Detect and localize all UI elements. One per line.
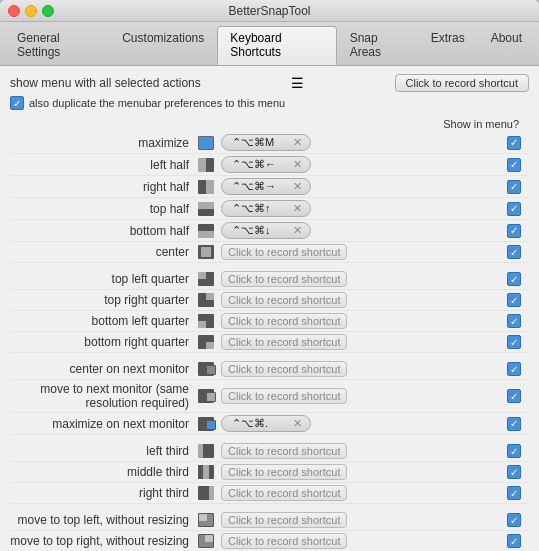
shortcut-row: move to next monitor (same resolution re… bbox=[10, 380, 529, 413]
show-in-menu-checkbox[interactable]: ✓ bbox=[499, 444, 529, 458]
shortcut-pill[interactable]: ⌃⌥⌘.✕ bbox=[221, 415, 311, 432]
also-dup-checkbox[interactable]: ✓ bbox=[10, 96, 24, 110]
show-in-menu-header-row: Show in menu? bbox=[10, 118, 529, 130]
show-menu-label: show menu with all selected actions bbox=[10, 76, 201, 90]
shortcut-field[interactable]: Click to record shortcut bbox=[217, 464, 499, 480]
tab-customizations[interactable]: Customizations bbox=[109, 26, 217, 65]
show-in-menu-checkbox[interactable]: ✓ bbox=[499, 314, 529, 328]
shortcut-label: move to top right, without resizing bbox=[10, 534, 195, 548]
shortcut-field[interactable]: Click to record shortcut bbox=[217, 512, 499, 528]
tab-keyboard-shortcuts[interactable]: Keyboard Shortcuts bbox=[217, 26, 336, 65]
checkbox-checked: ✓ bbox=[507, 335, 521, 349]
title-bar: BetterSnapTool bbox=[0, 0, 539, 22]
clear-shortcut-button[interactable]: ✕ bbox=[293, 417, 302, 430]
clear-shortcut-button[interactable]: ✕ bbox=[293, 136, 302, 149]
checkbox-checked: ✓ bbox=[507, 465, 521, 479]
shortcut-field[interactable]: Click to record shortcut bbox=[217, 485, 499, 501]
shortcut-field[interactable]: Click to record shortcut bbox=[217, 334, 499, 350]
shortcut-field[interactable]: Click to record shortcut bbox=[217, 292, 499, 308]
shortcut-pill[interactable]: ⌃⌥⌘M✕ bbox=[221, 134, 311, 151]
shortcut-field[interactable]: Click to record shortcut bbox=[217, 388, 499, 404]
shortcut-pill[interactable]: ⌃⌥⌘↑✕ bbox=[221, 200, 311, 217]
show-in-menu-checkbox[interactable]: ✓ bbox=[499, 245, 529, 259]
checkbox-checked: ✓ bbox=[507, 513, 521, 527]
show-in-menu-checkbox[interactable]: ✓ bbox=[499, 158, 529, 172]
show-in-menu-checkbox[interactable]: ✓ bbox=[499, 417, 529, 431]
show-in-menu-checkbox[interactable]: ✓ bbox=[499, 224, 529, 238]
show-in-menu-checkbox[interactable]: ✓ bbox=[499, 513, 529, 527]
tab-snap-areas[interactable]: Snap Areas bbox=[337, 26, 418, 65]
record-shortcut-button[interactable]: Click to record shortcut bbox=[221, 512, 347, 528]
record-shortcut-button[interactable]: Click to record shortcut bbox=[221, 271, 347, 287]
shortcut-pill[interactable]: ⌃⌥⌘↓✕ bbox=[221, 222, 311, 239]
shortcut-field[interactable]: ⌃⌥⌘↑✕ bbox=[217, 200, 499, 217]
tab-about[interactable]: About bbox=[478, 26, 535, 65]
show-in-menu-checkbox[interactable]: ✓ bbox=[499, 486, 529, 500]
show-in-menu-checkbox[interactable]: ✓ bbox=[499, 202, 529, 216]
checkbox-checked: ✓ bbox=[507, 224, 521, 238]
record-shortcut-button[interactable]: Click to record shortcut bbox=[221, 244, 347, 260]
shortcut-field[interactable]: Click to record shortcut bbox=[217, 443, 499, 459]
record-shortcut-button[interactable]: Click to record shortcut bbox=[221, 533, 347, 549]
tab-general-settings[interactable]: General Settings bbox=[4, 26, 109, 65]
also-dup-row: ✓ also duplicate the menubar preferences… bbox=[10, 96, 529, 110]
shortcut-field[interactable]: ⌃⌥⌘↓✕ bbox=[217, 222, 499, 239]
record-shortcut-button[interactable]: Click to record shortcut bbox=[221, 313, 347, 329]
shortcut-label: move to top left, without resizing bbox=[10, 513, 195, 527]
clear-shortcut-button[interactable]: ✕ bbox=[293, 224, 302, 237]
record-shortcut-button[interactable]: Click to record shortcut bbox=[221, 292, 347, 308]
traffic-lights bbox=[8, 5, 54, 17]
show-in-menu-checkbox[interactable]: ✓ bbox=[499, 136, 529, 150]
shortcut-keys: ⌃⌥⌘↑ bbox=[232, 202, 271, 215]
shortcut-field[interactable]: ⌃⌥⌘.✕ bbox=[217, 415, 499, 432]
record-shortcut-button[interactable]: Click to record shortcut bbox=[221, 361, 347, 377]
show-in-menu-checkbox[interactable]: ✓ bbox=[499, 465, 529, 479]
record-shortcut-button[interactable]: Click to record shortcut bbox=[221, 464, 347, 480]
shortcut-pill[interactable]: ⌃⌥⌘←✕ bbox=[221, 156, 311, 173]
record-shortcut-button[interactable]: Click to record shortcut bbox=[221, 334, 347, 350]
clear-shortcut-button[interactable]: ✕ bbox=[293, 202, 302, 215]
show-in-menu-checkbox[interactable]: ✓ bbox=[499, 534, 529, 548]
shortcut-field[interactable]: Click to record shortcut bbox=[217, 313, 499, 329]
record-shortcut-button[interactable]: Click to record shortcut bbox=[221, 443, 347, 459]
shortcut-field[interactable]: Click to record shortcut bbox=[217, 533, 499, 549]
shortcut-row: move to top right, without resizingClick… bbox=[10, 531, 529, 551]
close-button[interactable] bbox=[8, 5, 20, 17]
shortcut-label: bottom right quarter bbox=[10, 335, 195, 349]
shortcut-label: center bbox=[10, 245, 195, 259]
show-in-menu-checkbox[interactable]: ✓ bbox=[499, 362, 529, 376]
snap-position-icon bbox=[195, 202, 217, 216]
shortcut-field[interactable]: ⌃⌥⌘M✕ bbox=[217, 134, 499, 151]
show-in-menu-checkbox[interactable]: ✓ bbox=[499, 335, 529, 349]
show-in-menu-checkbox[interactable]: ✓ bbox=[499, 180, 529, 194]
shortcut-label: right half bbox=[10, 180, 195, 194]
shortcut-row: left thirdClick to record shortcut✓ bbox=[10, 441, 529, 462]
shortcut-row: centerClick to record shortcut✓ bbox=[10, 242, 529, 263]
shortcut-field[interactable]: Click to record shortcut bbox=[217, 271, 499, 287]
shortcut-field[interactable]: Click to record shortcut bbox=[217, 361, 499, 377]
shortcut-field[interactable]: ⌃⌥⌘→✕ bbox=[217, 178, 499, 195]
record-shortcut-button[interactable]: Click to record shortcut bbox=[221, 485, 347, 501]
clear-shortcut-button[interactable]: ✕ bbox=[293, 158, 302, 171]
record-shortcut-button[interactable]: Click to record shortcut bbox=[221, 388, 347, 404]
shortcut-label: bottom half bbox=[10, 224, 195, 238]
checkbox-checked: ✓ bbox=[507, 245, 521, 259]
minimize-button[interactable] bbox=[25, 5, 37, 17]
click-to-record-top[interactable]: Click to record shortcut bbox=[395, 74, 529, 92]
shortcut-field[interactable]: ⌃⌥⌘←✕ bbox=[217, 156, 499, 173]
shortcut-label: middle third bbox=[10, 465, 195, 479]
show-in-menu-checkbox[interactable]: ✓ bbox=[499, 293, 529, 307]
show-in-menu-checkbox[interactable]: ✓ bbox=[499, 272, 529, 286]
shortcut-pill[interactable]: ⌃⌥⌘→✕ bbox=[221, 178, 311, 195]
clear-shortcut-button[interactable]: ✕ bbox=[293, 180, 302, 193]
show-in-menu-checkbox[interactable]: ✓ bbox=[499, 389, 529, 403]
maximize-button[interactable] bbox=[42, 5, 54, 17]
menu-icon: ☰ bbox=[291, 75, 304, 91]
checkbox-checked: ✓ bbox=[507, 362, 521, 376]
snap-position-icon bbox=[195, 158, 217, 172]
checkbox-checked: ✓ bbox=[507, 293, 521, 307]
tab-extras[interactable]: Extras bbox=[418, 26, 478, 65]
shortcut-row: left half⌃⌥⌘←✕✓ bbox=[10, 154, 529, 176]
show-in-menu-header: Show in menu? bbox=[443, 118, 519, 130]
shortcut-field[interactable]: Click to record shortcut bbox=[217, 244, 499, 260]
